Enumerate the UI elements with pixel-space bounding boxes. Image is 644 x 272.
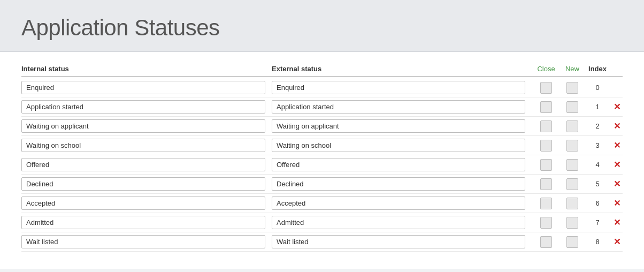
new-checkbox[interactable] [566,101,578,113]
internal-status-input[interactable] [21,177,265,191]
external-status-input[interactable] [272,235,525,248]
delete-button[interactable]: ✕ [614,237,620,246]
row-new-cell [561,120,584,132]
table-row: 4 ✕ [21,155,623,175]
external-status-input[interactable] [272,197,525,210]
row-internal-cell [21,216,272,229]
delete-button[interactable]: ✕ [614,122,620,131]
table-row: 7 ✕ [21,213,623,232]
row-new-cell [561,217,584,229]
row-external-cell [272,216,532,229]
external-status-input[interactable] [272,100,525,114]
row-action-cell: ✕ [611,179,623,189]
close-checkbox[interactable] [540,236,552,248]
new-checkbox[interactable] [566,159,578,171]
internal-status-input[interactable] [21,119,265,133]
row-internal-cell [21,119,272,133]
row-internal-cell [21,158,272,171]
external-status-input[interactable] [272,158,525,171]
row-index-cell: 8 [584,238,611,246]
delete-button[interactable]: ✕ [614,160,620,169]
table-row: 2 ✕ [21,117,623,136]
close-checkbox[interactable] [540,101,552,113]
row-external-cell [272,81,532,94]
row-index-cell: 2 [584,122,611,130]
row-index-cell: 3 [584,141,611,149]
statuses-table: Internal status External status Close Ne… [21,65,623,252]
close-checkbox[interactable] [540,140,552,152]
row-close-cell [532,140,561,152]
delete-button[interactable]: ✕ [614,179,620,188]
external-status-input[interactable] [272,216,525,229]
row-close-cell [532,120,561,132]
new-checkbox[interactable] [566,217,578,229]
row-index-cell: 5 [584,180,611,188]
row-close-cell [532,101,561,113]
internal-status-input[interactable] [21,216,265,229]
delete-button[interactable]: ✕ [614,141,620,150]
internal-status-input[interactable] [21,235,265,248]
row-new-cell [561,236,584,248]
row-index-cell: 6 [584,199,611,207]
new-checkbox[interactable] [566,178,578,190]
table-row: 8 ✕ [21,232,623,252]
new-checkbox[interactable] [566,120,578,132]
new-checkbox[interactable] [566,82,578,94]
row-external-cell [272,235,532,248]
internal-status-input[interactable] [21,158,265,171]
header-external: External status [272,65,532,73]
new-checkbox[interactable] [566,140,578,152]
header-close[interactable]: Close [532,65,561,73]
row-internal-cell [21,177,272,191]
row-internal-cell [21,139,272,152]
row-new-cell [561,198,584,209]
table-row: 6 ✕ [21,194,623,213]
header-index: Index [584,65,611,73]
internal-status-input[interactable] [21,197,265,210]
external-status-input[interactable] [272,177,525,191]
row-internal-cell [21,197,272,210]
row-action-cell: ✕ [611,141,623,150]
row-action-cell: ✕ [611,122,623,131]
internal-status-input[interactable] [21,81,265,94]
row-new-cell [561,101,584,113]
row-action-cell: ✕ [611,237,623,247]
external-status-input[interactable] [272,139,525,152]
table-header-row: Internal status External status Close Ne… [21,65,623,77]
close-checkbox[interactable] [540,217,552,229]
header-new[interactable]: New [561,65,584,73]
new-checkbox[interactable] [566,236,578,248]
delete-button[interactable]: ✕ [614,199,620,208]
internal-status-input[interactable] [21,100,265,114]
row-close-cell [532,82,561,94]
delete-button[interactable]: ✕ [614,218,620,227]
external-status-input[interactable] [272,81,525,94]
page: Application Statuses Internal status Ext… [0,0,644,272]
delete-button[interactable]: ✕ [614,102,620,111]
close-checkbox[interactable] [540,198,552,209]
row-action-cell: ✕ [611,218,623,228]
row-index-cell: 4 [584,161,611,169]
row-index-cell: 1 [584,103,611,111]
close-checkbox[interactable] [540,120,552,132]
row-new-cell [561,82,584,94]
row-close-cell [532,198,561,209]
row-internal-cell [21,100,272,114]
row-new-cell [561,140,584,152]
internal-status-input[interactable] [21,139,265,152]
page-header: Application Statuses [0,0,644,52]
row-close-cell [532,236,561,248]
close-checkbox[interactable] [540,178,552,190]
row-external-cell [272,158,532,171]
table-row: 0 [21,78,623,97]
row-new-cell [561,178,584,190]
table-body: 0 1 ✕ 2 [21,78,623,252]
close-checkbox[interactable] [540,159,552,171]
row-internal-cell [21,235,272,248]
row-action-cell: ✕ [611,160,623,170]
external-status-input[interactable] [272,119,525,133]
new-checkbox[interactable] [566,198,578,209]
row-new-cell [561,159,584,171]
close-checkbox[interactable] [540,82,552,94]
row-external-cell [272,139,532,152]
